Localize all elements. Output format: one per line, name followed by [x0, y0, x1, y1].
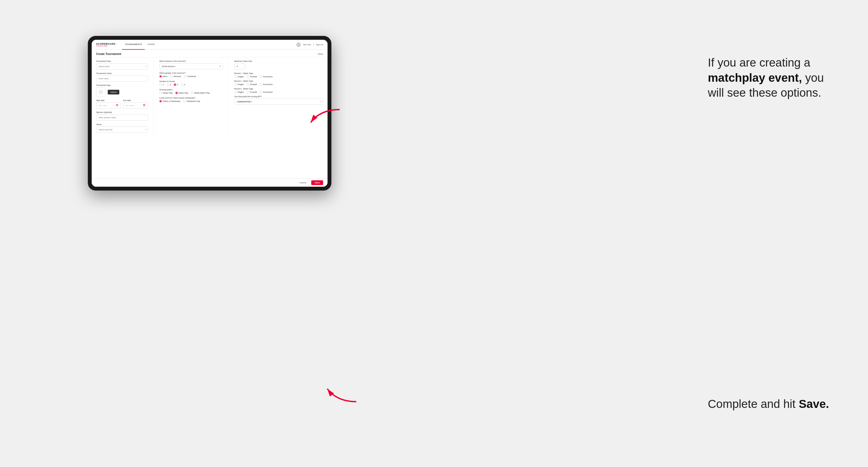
venue-group: Venue	[96, 123, 148, 133]
nav-link-teams[interactable]: TEAMS	[145, 40, 158, 50]
col-left: Tournament Host Tournament name Tourname…	[96, 60, 148, 135]
event-teams-label: Teams (+Individuals)	[163, 100, 180, 102]
col-divider-1	[154, 60, 154, 135]
back-button[interactable]: ← Back	[315, 53, 323, 55]
rounds-3-radio[interactable]	[174, 84, 176, 86]
rounds-3-label: 3	[177, 84, 178, 86]
user-name: Test User	[303, 44, 311, 45]
venue-input[interactable]	[96, 126, 148, 132]
round2-singles-radio[interactable]	[234, 83, 237, 86]
logo-placeholder	[96, 87, 105, 97]
round2-singles[interactable]: Singles	[234, 83, 244, 86]
rounds-1[interactable]: 1	[159, 84, 164, 86]
end-date-label: End date	[123, 99, 148, 101]
rounds-label: Number of rounds	[159, 81, 223, 82]
nav-separator: |	[313, 44, 314, 45]
round1-singles[interactable]: Singles	[234, 75, 244, 78]
round3-singles[interactable]: Singles	[234, 91, 244, 93]
sign-out-link[interactable]: Sign out	[316, 44, 323, 45]
start-date-input[interactable]: Pick a date 📅	[96, 102, 121, 108]
scoring-match[interactable]: Match Play	[175, 92, 188, 94]
content-area: Create Tournament ← Back Tournament Host…	[92, 50, 328, 178]
round3-singles-radio[interactable]	[234, 91, 237, 93]
gender-womens-radio[interactable]	[170, 75, 173, 77]
event-teams[interactable]: Teams (+Individuals)	[159, 100, 180, 102]
round2-foursomes-radio[interactable]	[259, 83, 262, 86]
bottom-bar: Cancel Save	[92, 178, 328, 187]
scoring-match-radio[interactable]	[175, 92, 178, 94]
round2-fourball-radio[interactable]	[247, 83, 249, 86]
round3-foursomes-label: Foursomes	[263, 91, 273, 93]
round3-fourball-radio[interactable]	[247, 91, 249, 93]
third-party-remove-icon[interactable]: ×	[251, 101, 252, 102]
sponsor-label: Sponsor (optional)	[96, 111, 148, 113]
third-party-label: Use third-party live scoring API?	[234, 96, 323, 97]
rounds-4-radio[interactable]	[181, 84, 183, 86]
annotation-bold-1: matchplay event,	[708, 71, 802, 84]
round3-fourball[interactable]: Fourball	[247, 91, 257, 93]
round3-foursomes[interactable]: Foursomes	[259, 91, 273, 93]
start-date-placeholder: Pick a date	[99, 105, 107, 106]
gender-mens[interactable]: Mens	[159, 75, 167, 77]
scoring-medal[interactable]: Medal Match Play	[191, 92, 210, 94]
round2-fourball-label: Fourball	[250, 84, 257, 85]
gender-womens[interactable]: Womens	[170, 75, 181, 77]
max-team-size-group: Maximum Team Size	[234, 60, 323, 70]
annotation-text-1: If you are creating a matchplay event, y…	[708, 55, 840, 100]
tournament-host-input-wrapper	[96, 63, 148, 70]
rounds-2-radio[interactable]	[166, 84, 169, 86]
col-divider-2	[228, 60, 229, 135]
rounds-1-radio[interactable]	[159, 84, 162, 86]
logo-subtitle: Powered by clippit	[96, 45, 116, 47]
round1-section: Round 1 - Match Type Singles Fourball	[234, 72, 323, 78]
end-date-placeholder: Pick a date	[126, 105, 134, 106]
tournament-name-input[interactable]	[96, 75, 148, 82]
cancel-button[interactable]: Cancel	[297, 180, 309, 185]
scoring-stroke[interactable]: Stroke Play	[159, 92, 173, 94]
nav-link-tournaments[interactable]: TOURNAMENTS	[122, 40, 145, 50]
scoring-medal-radio[interactable]	[191, 92, 193, 94]
division-select[interactable]: NCAA Division I ▾	[159, 63, 223, 69]
event-type-radio-group: Teams (+Individuals) Individuals Only	[159, 100, 223, 102]
gender-combined[interactable]: Combined	[184, 75, 196, 77]
gender-mens-radio[interactable]	[159, 75, 162, 77]
round1-singles-radio[interactable]	[234, 75, 237, 78]
scoring-stroke-radio[interactable]	[159, 92, 162, 94]
max-team-size-label: Maximum Team Size	[234, 60, 323, 62]
round1-foursomes-label: Foursomes	[263, 76, 273, 77]
round3-foursomes-radio[interactable]	[259, 91, 262, 93]
end-date-group: End date Pick a date 📅	[123, 99, 148, 108]
round1-fourball[interactable]: Fourball	[247, 75, 257, 78]
gender-group: Which gender is the event for? Mens Wome…	[159, 72, 223, 77]
venue-input-wrapper	[96, 126, 148, 133]
nav-right: T Test User | Sign out	[296, 42, 323, 47]
arrow-bottom-icon	[318, 384, 356, 406]
event-teams-radio[interactable]	[159, 100, 162, 102]
round1-foursomes[interactable]: Foursomes	[259, 75, 273, 78]
save-button[interactable]: Save	[311, 180, 323, 185]
gender-combined-radio[interactable]	[184, 75, 186, 77]
scoring-radio-group: Stroke Play Match Play Medal Match Play	[159, 92, 223, 94]
round2-foursomes[interactable]: Foursomes	[259, 83, 273, 86]
rounds-1-label: 1	[163, 84, 164, 86]
calendar-icon-2: 📅	[143, 104, 146, 107]
rounds-2[interactable]: 2	[166, 84, 171, 86]
third-party-tag: Leaderboard King ×	[236, 100, 253, 103]
event-individuals-radio[interactable]	[183, 100, 186, 102]
end-date-input[interactable]: Pick a date 📅	[123, 102, 148, 108]
round2-foursomes-label: Foursomes	[263, 84, 273, 85]
third-party-select[interactable]: Leaderboard King × ▾	[234, 99, 323, 105]
sponsor-input[interactable]	[96, 115, 148, 121]
round2-singles-label: Singles	[238, 84, 244, 85]
upload-button[interactable]: Upload	[108, 90, 119, 94]
event-individuals[interactable]: Individuals Only	[183, 100, 200, 102]
max-team-size-input[interactable]	[234, 64, 245, 70]
rounds-3[interactable]: 3	[174, 84, 178, 86]
tournament-host-label: Tournament Host	[96, 60, 148, 62]
rounds-4[interactable]: 4	[181, 84, 185, 86]
round1-fourball-radio[interactable]	[247, 75, 249, 78]
tournament-host-input[interactable]	[96, 64, 148, 70]
round1-foursomes-radio[interactable]	[259, 75, 262, 78]
round2-fourball[interactable]: Fourball	[247, 83, 257, 86]
tournament-name-label: Tournament name	[96, 72, 148, 74]
